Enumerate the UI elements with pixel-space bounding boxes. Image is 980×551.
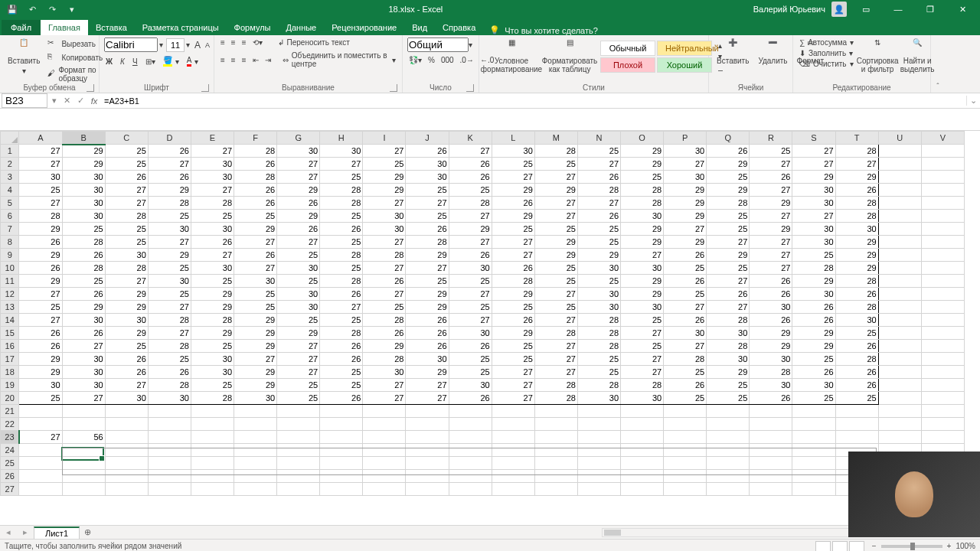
cell[interactable]: 28 xyxy=(707,197,750,210)
cell[interactable]: 29 xyxy=(750,327,792,340)
cell[interactable] xyxy=(191,470,234,483)
cell[interactable]: 29 xyxy=(792,340,835,353)
cell[interactable]: 26 xyxy=(835,379,878,392)
cell[interactable]: 29 xyxy=(449,223,492,236)
cell[interactable]: 28 xyxy=(148,340,191,353)
cell[interactable]: 30 xyxy=(191,262,234,275)
cell[interactable]: 30 xyxy=(750,301,792,314)
cell[interactable]: 27 xyxy=(534,340,577,353)
cell[interactable]: 30 xyxy=(148,392,191,405)
cell[interactable]: 27 xyxy=(534,288,577,301)
cell[interactable] xyxy=(363,418,406,431)
cell[interactable] xyxy=(921,288,964,301)
cell[interactable]: 30 xyxy=(62,210,105,223)
expand-formula-bar-button[interactable]: ⌄ xyxy=(966,96,980,106)
cell[interactable]: 27 xyxy=(792,145,835,158)
cell[interactable]: 29 xyxy=(406,249,449,262)
cell[interactable]: 29 xyxy=(406,301,449,314)
conditional-formatting-button[interactable]: ▦Условное форматирование xyxy=(484,37,539,75)
cell[interactable] xyxy=(621,470,664,483)
cell[interactable] xyxy=(492,418,534,431)
cell[interactable]: 25 xyxy=(320,210,363,223)
col-header-Q[interactable]: Q xyxy=(707,132,750,145)
row-header-22[interactable]: 22 xyxy=(1,418,19,431)
row-header-13[interactable]: 13 xyxy=(1,301,19,314)
cell[interactable]: 25 xyxy=(105,158,148,171)
cell[interactable] xyxy=(406,418,449,431)
cell[interactable] xyxy=(19,444,62,457)
cell[interactable] xyxy=(878,379,921,392)
alignment-dialog-launcher[interactable] xyxy=(390,84,397,92)
col-header-H[interactable]: H xyxy=(320,132,363,145)
cell[interactable] xyxy=(792,470,835,483)
cell[interactable]: 29 xyxy=(62,301,105,314)
cell[interactable] xyxy=(577,444,620,457)
cell[interactable]: 27 xyxy=(406,197,449,210)
row-header-14[interactable]: 14 xyxy=(1,314,19,327)
cell[interactable]: 27 xyxy=(664,301,707,314)
cell[interactable] xyxy=(878,249,921,262)
cell[interactable]: 28 xyxy=(191,197,234,210)
cell[interactable]: 30 xyxy=(191,158,234,171)
cell[interactable] xyxy=(878,418,921,431)
cell[interactable]: 25 xyxy=(406,210,449,223)
cell[interactable]: 28 xyxy=(191,392,234,405)
decrease-indent-button[interactable]: ⇤ xyxy=(251,55,260,65)
cell[interactable] xyxy=(320,418,363,431)
view-normal-button[interactable] xyxy=(815,541,831,552)
cell[interactable] xyxy=(406,457,449,470)
cell[interactable]: 29 xyxy=(406,366,449,379)
cell[interactable] xyxy=(664,444,707,457)
row-header-1[interactable]: 1 xyxy=(1,145,19,158)
cell[interactable]: 26 xyxy=(492,262,534,275)
cell[interactable]: 29 xyxy=(19,366,62,379)
col-header-T[interactable]: T xyxy=(835,132,878,145)
cell[interactable] xyxy=(878,288,921,301)
font-color-button[interactable]: A▾ xyxy=(185,55,201,67)
cell[interactable]: 27 xyxy=(148,327,191,340)
cell[interactable]: 27 xyxy=(105,275,148,288)
cell[interactable]: 25 xyxy=(449,353,492,366)
cell[interactable] xyxy=(621,405,664,418)
cell[interactable] xyxy=(664,418,707,431)
cell[interactable] xyxy=(62,470,105,483)
cell[interactable]: 26 xyxy=(234,197,277,210)
cell[interactable]: 28 xyxy=(320,197,363,210)
cell[interactable] xyxy=(792,483,835,496)
chevron-down-icon[interactable]: ▾ xyxy=(159,41,165,49)
cell[interactable]: 28 xyxy=(835,301,878,314)
cell[interactable]: 30 xyxy=(449,262,492,275)
cell[interactable]: 28 xyxy=(577,340,620,353)
cell[interactable] xyxy=(577,457,620,470)
cell[interactable]: 29 xyxy=(19,223,62,236)
row-header-9[interactable]: 9 xyxy=(1,249,19,262)
cell[interactable] xyxy=(277,457,320,470)
cell[interactable]: 29 xyxy=(534,184,577,197)
cell[interactable] xyxy=(921,210,964,223)
cell[interactable]: 27 xyxy=(621,249,664,262)
cell[interactable]: 29 xyxy=(664,236,707,249)
cell[interactable]: 26 xyxy=(363,327,406,340)
insert-function-button[interactable]: fx xyxy=(87,96,101,106)
cell[interactable] xyxy=(921,197,964,210)
cell[interactable]: 29 xyxy=(105,327,148,340)
cell[interactable]: 25 xyxy=(277,379,320,392)
grow-font-button[interactable]: A xyxy=(193,39,202,51)
cell[interactable]: 26 xyxy=(320,353,363,366)
cell[interactable]: 27 xyxy=(19,145,62,158)
cell[interactable] xyxy=(664,470,707,483)
cell[interactable]: 29 xyxy=(621,223,664,236)
cell[interactable]: 30 xyxy=(835,223,878,236)
cell[interactable]: 27 xyxy=(320,158,363,171)
style-normal[interactable]: Обычный xyxy=(600,41,655,56)
cell[interactable]: 25 xyxy=(105,145,148,158)
cell[interactable]: 25 xyxy=(621,314,664,327)
cell[interactable]: 25 xyxy=(835,327,878,340)
cell[interactable]: 27 xyxy=(363,236,406,249)
cell[interactable]: 28 xyxy=(835,210,878,223)
cell[interactable]: 29 xyxy=(621,158,664,171)
cell[interactable]: 29 xyxy=(664,184,707,197)
qat-redo-button[interactable]: ↷ xyxy=(46,3,58,15)
cell[interactable] xyxy=(921,392,964,405)
cell[interactable]: 29 xyxy=(234,223,277,236)
